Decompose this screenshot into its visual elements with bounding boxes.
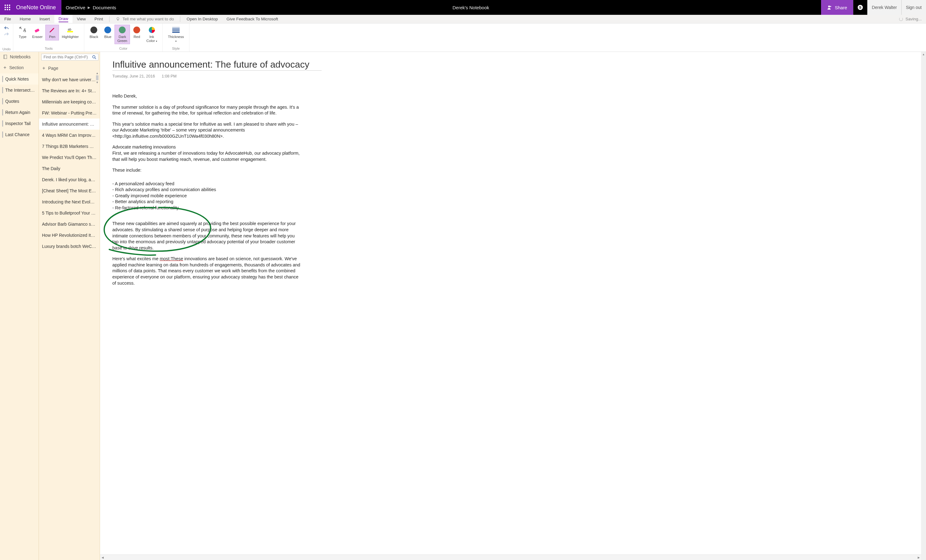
window-vscrollbar[interactable]: ▲ <box>921 52 926 560</box>
breadcrumb-folder[interactable]: Documents <box>92 5 116 10</box>
page-item[interactable]: The Reviews are In: 4+ Stars. <box>39 85 100 96</box>
svg-rect-1 <box>7 5 8 6</box>
group-label-color: Color <box>119 46 127 51</box>
ribbon-group-color: Black Blue Dark Green Red Ink Color ▾ Co… <box>84 23 163 51</box>
page-item[interactable]: [Cheat Sheet] The Most Effecti <box>39 185 100 196</box>
separator <box>180 17 180 22</box>
search-icon[interactable] <box>92 55 96 59</box>
section-item[interactable]: Quick Notes <box>0 73 39 85</box>
menu-print[interactable]: Print <box>90 15 107 23</box>
color-blue-button[interactable]: Blue <box>101 25 115 41</box>
add-section-label: Section <box>9 65 24 70</box>
scroll-left-icon[interactable]: ◀ <box>100 555 105 560</box>
user-name[interactable]: Derek Walter <box>867 0 901 15</box>
page-item[interactable]: FW: Webinar - Putting Predicti <box>39 107 100 118</box>
search-input[interactable] <box>44 55 92 59</box>
workspace: Notebooks + Section Quick NotesThe Inter… <box>0 52 926 560</box>
svg-rect-18 <box>67 31 73 32</box>
color-black-button[interactable]: Black <box>87 25 101 41</box>
svg-text:A: A <box>23 28 26 33</box>
page-item[interactable]: Why don't we have universal b <box>39 74 100 85</box>
menu-file[interactable]: File <box>0 15 15 23</box>
bullet-list: - A personalized advocacy feed- Rich adv… <box>112 181 301 211</box>
page-canvas[interactable]: Influitive announcement: The future of a… <box>100 52 926 560</box>
svg-line-23 <box>95 58 96 59</box>
page-item[interactable]: Millennials are keeping coupo <box>39 96 100 107</box>
redo-button[interactable] <box>3 32 9 37</box>
section-item[interactable]: The Intersection <box>0 85 39 96</box>
color-red-button[interactable]: Red <box>130 25 144 41</box>
type-button[interactable]: A Type <box>16 25 29 41</box>
svg-rect-3 <box>5 7 6 8</box>
canvas-inner[interactable]: Influitive announcement: The future of a… <box>100 52 921 554</box>
bullet-item: - A personalized advocacy feed <box>112 181 301 187</box>
open-in-desktop[interactable]: Open In Desktop <box>182 15 222 23</box>
spinner-icon <box>899 17 903 21</box>
eraser-button[interactable]: Eraser <box>29 25 45 41</box>
page-item[interactable]: Derek. I liked your blog, and I <box>39 174 100 185</box>
thickness-button[interactable]: Thickness▾ <box>165 25 187 44</box>
scroll-thumb[interactable] <box>96 75 98 80</box>
menu-insert[interactable]: Insert <box>35 15 54 23</box>
page-item[interactable]: Advisor Barb Giamanco shares <box>39 219 100 230</box>
svg-rect-7 <box>7 9 8 10</box>
scroll-up-icon[interactable]: ▲ <box>96 72 99 75</box>
add-page-button[interactable]: + Page <box>39 62 100 74</box>
page-item[interactable]: 4 Ways MRM Can Improve You <box>39 130 100 141</box>
section-item[interactable]: Last Chance <box>0 129 39 140</box>
page-body[interactable]: Hello Derek, The summer solstice is a da… <box>112 93 301 286</box>
page-time: 1:08 PM <box>162 74 177 79</box>
para-4: These include: <box>112 167 301 174</box>
ink-color-button[interactable]: Ink Color ▾ <box>144 25 160 44</box>
menu-bar: File Home Insert Draw View Print Tell me… <box>0 15 926 23</box>
page-item[interactable]: Luxury brands botch WeChat - <box>39 241 100 252</box>
ribbon: Undo A Type Eraser Pen ab Highlighter To… <box>0 23 926 52</box>
app-name: OneNote Online <box>15 4 56 11</box>
menu-view[interactable]: View <box>73 15 90 23</box>
page-date: Tuesday, June 21, 2016 <box>112 74 155 79</box>
page-item[interactable]: How HP Revolutionized Its Soc <box>39 230 100 241</box>
undo-button[interactable] <box>3 25 9 31</box>
page-item[interactable]: We Predict You'll Open This Em <box>39 152 100 163</box>
page-item[interactable]: The Daily <box>39 163 100 174</box>
signout-link[interactable]: Sign out <box>902 0 926 15</box>
page-item[interactable]: 5 Tips to Bulletproof Your Web <box>39 207 100 219</box>
tell-me-search[interactable]: Tell me what you want to do <box>112 17 179 21</box>
svg-rect-16 <box>35 29 39 32</box>
bullet-item: - Rich advocacy profiles and communicati… <box>112 187 301 193</box>
plus-icon: + <box>3 65 7 70</box>
page-title[interactable]: Influitive announcement: The future of a… <box>112 59 322 71</box>
notebook-title[interactable]: Derek's Notebook <box>120 0 821 15</box>
svg-rect-2 <box>9 5 10 6</box>
app-launcher-icon[interactable] <box>0 0 15 15</box>
section-item[interactable]: Quotes <box>0 96 39 107</box>
pages-scrollbar[interactable]: ▲ ▼ <box>95 72 99 84</box>
section-item[interactable]: Inspector Tail <box>0 118 39 129</box>
highlighter-button[interactable]: ab Highlighter <box>59 25 82 41</box>
scroll-right-icon[interactable]: ▶ <box>916 555 921 560</box>
breadcrumb-root[interactable]: OneDrive <box>66 5 85 10</box>
cursor-text-icon: A <box>19 26 26 34</box>
menu-home[interactable]: Home <box>15 15 35 23</box>
scroll-down-icon[interactable]: ▼ <box>96 81 99 84</box>
section-item[interactable]: Return Again <box>0 107 39 118</box>
group-label-tools: Tools <box>45 46 53 51</box>
color-dark-green-button[interactable]: Dark Green <box>115 25 130 44</box>
canvas-hscrollbar[interactable]: ◀ ▶ <box>100 554 921 560</box>
svg-text:S: S <box>859 5 862 9</box>
menu-draw[interactable]: Draw <box>54 15 73 23</box>
skype-button[interactable]: S <box>853 0 867 15</box>
svg-rect-8 <box>9 9 10 10</box>
add-section-button[interactable]: + Section <box>0 62 39 73</box>
share-button[interactable]: Share <box>821 0 853 15</box>
pen-button[interactable]: Pen <box>45 25 59 41</box>
svg-point-9 <box>828 6 830 8</box>
notebook-icon <box>3 54 8 59</box>
page-item[interactable]: Influitive announcement: The f <box>39 118 100 130</box>
page-item[interactable]: 7 Things B2B Marketers Shoul <box>39 141 100 152</box>
page-item[interactable]: Introducing the Next Evolution <box>39 196 100 207</box>
give-feedback[interactable]: Give Feedback To Microsoft <box>222 15 283 23</box>
scroll-up-icon[interactable]: ▲ <box>921 52 926 57</box>
notebooks-button[interactable]: Notebooks <box>0 52 39 62</box>
search-box[interactable] <box>41 54 98 61</box>
